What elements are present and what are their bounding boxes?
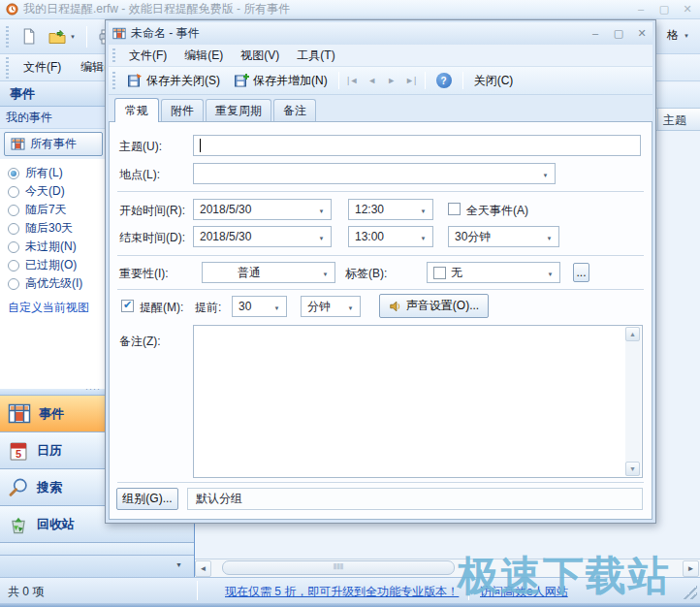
dialog-maximize-button[interactable]: [612, 27, 625, 40]
notes-textarea[interactable]: [193, 325, 643, 478]
scrollbar-thumb[interactable]: [222, 560, 455, 575]
reminder-checkbox[interactable]: [121, 300, 134, 312]
menubar-grip: [112, 48, 115, 63]
dialog-minimize-button[interactable]: [589, 27, 602, 40]
open-file-button[interactable]: [45, 26, 80, 48]
toolbar-separator: [338, 72, 339, 89]
divider: [117, 289, 644, 290]
main-titlebar: 我的日程提醒.erfw - 效能日程提醒免费版 - 所有事件: [0, 0, 700, 19]
dialog-menu-file[interactable]: 文件(F): [121, 45, 175, 67]
location-label: 地点(L):: [119, 167, 160, 183]
save-and-new-button[interactable]: 保存并增加(N): [228, 70, 334, 92]
advance-value-combobox[interactable]: 30: [232, 296, 287, 317]
event-dialog: 未命名 - 事件 文件(F) 编辑(E) 视图(V) 工具(T): [105, 19, 656, 524]
main-menu-file[interactable]: 文件(F): [15, 55, 70, 80]
style-dropdown-button[interactable]: 格: [662, 24, 694, 47]
duration-combobox[interactable]: 30分钟: [448, 226, 559, 247]
radio-icon: [8, 278, 19, 290]
help-button[interactable]: ?: [430, 70, 458, 91]
scroll-down-button[interactable]: [625, 462, 640, 476]
menubar-grip: [6, 57, 9, 79]
radio-icon: [8, 241, 19, 253]
chevron-down-icon[interactable]: [543, 230, 556, 243]
divider: [117, 255, 644, 256]
sidebar-filler: [0, 543, 194, 555]
save-and-close-button[interactable]: 保存并关闭(S): [121, 70, 226, 92]
statusbar-separator: [197, 581, 198, 600]
column-header-subject[interactable]: 主题: [663, 112, 686, 129]
first-record-button[interactable]: |◄: [344, 76, 362, 85]
dialog-title: 未命名 - 事件: [131, 25, 200, 42]
dialog-close-button[interactable]: [635, 27, 649, 40]
dialog-menu-tools[interactable]: 工具(T): [289, 45, 342, 67]
recycle-bin-icon: [8, 514, 29, 535]
chevron-down-icon[interactable]: [417, 203, 430, 216]
tab-general[interactable]: 常规: [114, 98, 159, 122]
close-dialog-button[interactable]: 关闭(C): [468, 70, 520, 92]
column-divider: [657, 109, 658, 131]
toolbar-grip: [6, 26, 9, 48]
end-time-combobox[interactable]: 13:00: [348, 226, 433, 247]
dialog-menu-edit[interactable]: 编辑(E): [176, 45, 231, 67]
chevron-down-icon[interactable]: [270, 300, 283, 313]
tag-combobox[interactable]: 无: [427, 262, 560, 283]
main-close-button[interactable]: [681, 3, 694, 16]
svg-text:5: 5: [16, 447, 21, 459]
dialog-menu-view[interactable]: 视图(V): [233, 45, 287, 67]
scroll-up-button[interactable]: [625, 327, 640, 341]
resize-grip[interactable]: [684, 586, 697, 599]
radio-icon: [8, 205, 19, 216]
sidebar-configure-strip: [0, 555, 194, 577]
text-caret: [200, 139, 201, 152]
chevron-down-icon[interactable]: [315, 203, 328, 216]
new-document-icon: [20, 28, 37, 45]
upgrade-promo-link[interactable]: 现在仅需 5 折，即可升级到全功能专业版本！: [225, 584, 459, 600]
radio-icon: [8, 168, 19, 179]
all-day-label: 全天事件(A): [466, 203, 528, 219]
reminder-label: 提醒(M):: [140, 300, 183, 316]
tag-more-button[interactable]: ...: [573, 263, 589, 282]
all-events-button[interactable]: 所有事件: [4, 132, 103, 156]
tab-recurrence[interactable]: 重复周期: [206, 99, 271, 121]
importance-label: 重要性(I):: [119, 266, 169, 282]
subject-input[interactable]: [193, 135, 641, 156]
new-file-button[interactable]: [16, 25, 41, 48]
tab-notes[interactable]: 备注: [273, 99, 316, 121]
dialog-titlebar: 未命名 - 事件: [109, 22, 652, 45]
previous-record-button[interactable]: ◄: [364, 76, 381, 85]
close-dialog-label: 关闭(C): [474, 73, 514, 89]
chevron-down-icon[interactable]: [175, 561, 182, 568]
group-button[interactable]: 组别(G)...: [116, 488, 178, 510]
calendar-icon: 5: [8, 440, 29, 462]
tab-attachments[interactable]: 附件: [161, 99, 204, 121]
chevron-down-icon[interactable]: [319, 266, 332, 279]
chevron-down-icon[interactable]: [344, 300, 357, 313]
next-record-button[interactable]: ►: [383, 76, 400, 85]
main-window-title: 我的日程提醒.erfw - 效能日程提醒免费版 - 所有事件: [23, 1, 290, 17]
chevron-down-icon[interactable]: [544, 266, 557, 279]
main-maximize-button[interactable]: [657, 3, 671, 16]
start-date-combobox[interactable]: 2018/5/30: [193, 199, 332, 220]
toolbar-grip: [112, 72, 115, 89]
chevron-down-icon[interactable]: [539, 167, 552, 180]
importance-combobox[interactable]: 普通: [202, 262, 335, 283]
sound-settings-button[interactable]: 声音设置(O)...: [379, 294, 489, 318]
end-time-label: 结束时间(D):: [119, 230, 185, 246]
last-record-button[interactable]: ►|: [402, 76, 420, 85]
toolbar-separator: [462, 72, 463, 89]
start-time-combobox[interactable]: 12:30: [348, 199, 433, 220]
location-combobox[interactable]: [193, 163, 556, 184]
advance-unit-combobox[interactable]: 分钟: [301, 296, 361, 317]
all-day-checkbox[interactable]: [448, 203, 461, 215]
chevron-down-icon[interactable]: [315, 230, 328, 243]
end-date-combobox[interactable]: 2018/5/30: [193, 226, 332, 247]
application-screen: 我的日程提醒.erfw - 效能日程提醒免费版 - 所有事件: [0, 0, 700, 607]
scroll-left-button[interactable]: [195, 560, 211, 577]
search-icon: [8, 477, 29, 498]
main-minimize-button[interactable]: [634, 3, 648, 16]
scroll-right-button[interactable]: [683, 560, 699, 577]
save-new-icon: [234, 73, 249, 88]
chevron-down-icon[interactable]: [417, 230, 430, 243]
dialog-menubar: 文件(F) 编辑(E) 视图(V) 工具(T): [109, 45, 652, 67]
window-bottom-edge: [0, 603, 700, 607]
